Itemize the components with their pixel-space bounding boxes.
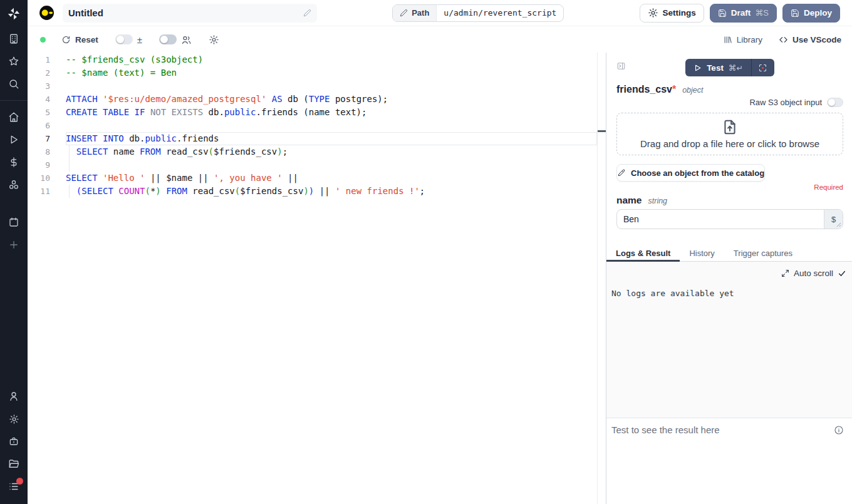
choose-object-button[interactable]: Choose an object from the catalog	[616, 164, 765, 182]
workspace-icon	[8, 33, 19, 44]
sidebar-item-schedules[interactable]	[0, 211, 28, 234]
settings-icon	[9, 414, 19, 424]
vscode-icon	[779, 35, 788, 44]
sidebar-item-resources[interactable]	[0, 173, 28, 196]
tab-history[interactable]: History	[680, 245, 724, 261]
arg-name-name: name	[616, 195, 642, 206]
raw-s3-toggle[interactable]	[827, 98, 843, 107]
logs-empty-message: No logs are available yet	[611, 289, 846, 298]
expand-logs-icon[interactable]	[781, 269, 789, 277]
gear-icon	[648, 8, 658, 18]
schedules-icon	[8, 217, 19, 228]
result-placeholder: Test to see the result here	[611, 424, 834, 435]
status-dot	[40, 37, 46, 43]
library-icon	[723, 35, 732, 44]
duckdb-language-icon	[39, 5, 55, 21]
code-line-7[interactable]: 7INSERT INTO db.public.friends	[28, 132, 597, 145]
code-line-6[interactable]: 6	[28, 119, 597, 132]
info-icon[interactable]	[834, 425, 844, 435]
sidebar-item-folders[interactable]	[0, 453, 28, 475]
code-line-9[interactable]: 9	[28, 158, 597, 172]
topbar: Untitled Path u/admin/reverent_script Se…	[28, 0, 852, 26]
save-icon	[791, 9, 799, 18]
sidebar-item-workers[interactable]	[0, 430, 28, 453]
app-sidebar	[0, 0, 28, 504]
code-lines[interactable]: 1-- $friends_csv (s3object)2-- $name (te…	[28, 53, 597, 504]
required-label: Required	[616, 183, 843, 192]
test-button-group: Test ⌘↵	[685, 59, 774, 76]
line-number: 8	[28, 145, 66, 158]
arg-name-friends-csv: friends_csv*	[616, 84, 676, 95]
windmill-logo-icon[interactable]	[0, 0, 28, 28]
arg-type-string: string	[648, 197, 668, 205]
editor-settings-gear-icon[interactable]	[209, 34, 219, 45]
edit-title-pencil-icon[interactable]	[303, 9, 311, 17]
favorites-icon	[8, 56, 19, 67]
line-number: 6	[28, 119, 66, 132]
code-line-1[interactable]: 1-- $friends_csv (s3object)	[28, 53, 597, 66]
reset-icon	[61, 35, 71, 44]
sidebar-item-runs[interactable]	[0, 128, 28, 151]
sidebar-item-home[interactable]	[0, 106, 28, 128]
line-number: 3	[28, 80, 66, 93]
name-input[interactable]	[617, 210, 824, 229]
editor-overview-ruler[interactable]	[597, 53, 606, 504]
sidebar-top-group	[0, 28, 28, 95]
auto-scroll-check-icon[interactable]	[838, 269, 846, 278]
line-number: 7	[28, 132, 66, 145]
folders-icon	[8, 458, 19, 470]
code-editor[interactable]: 1-- $friends_csv (s3object)2-- $name (te…	[28, 53, 606, 504]
required-asterisk: *	[672, 84, 676, 95]
capture-button[interactable]	[752, 59, 774, 76]
code-line-11[interactable]: 11 (SELECT COUNT(*) FROM read_csv($frien…	[28, 185, 597, 198]
sidebar-item-favorites[interactable]	[0, 50, 28, 73]
name-input-wrapper: $	[616, 209, 843, 229]
code-line-5[interactable]: 5CREATE TABLE IF NOT EXISTS db.public.fr…	[28, 106, 597, 119]
line-number: 2	[28, 66, 66, 80]
sidebar-item-variables[interactable]	[0, 151, 28, 173]
sidebar-item-search[interactable]	[0, 73, 28, 95]
draft-shortcut: ⌘S	[755, 8, 769, 18]
settings-button[interactable]: Settings	[640, 4, 704, 23]
code-line-8[interactable]: 8 SELECT name FROM read_csv($friends_csv…	[28, 145, 597, 158]
file-upload-icon	[722, 119, 738, 135]
notification-badge	[16, 478, 23, 485]
reset-button[interactable]: Reset	[61, 35, 98, 44]
tab-logs-result[interactable]: Logs & Result	[606, 245, 680, 261]
code-line-10[interactable]: 10SELECT 'Hello ' || $name || ', you hav…	[28, 172, 597, 185]
sidebar-item-audit-logs[interactable]	[0, 475, 28, 498]
page-title: Untitled	[68, 8, 103, 18]
code-line-3[interactable]: 3	[28, 80, 597, 93]
path-pill[interactable]: Path u/admin/reverent_script	[392, 4, 564, 22]
edit-path-pencil-icon	[400, 9, 408, 17]
line-number: 11	[28, 185, 66, 198]
library-button[interactable]: Library	[723, 35, 762, 44]
sidebar-item-create[interactable]	[0, 234, 28, 256]
sidebar-item-workspace[interactable]	[0, 28, 28, 50]
capture-icon	[758, 63, 767, 73]
editor-toolbar: Reset ± Library Use VScode	[28, 26, 852, 53]
use-vscode-button[interactable]: Use VScode	[779, 35, 841, 44]
draft-button[interactable]: Draft ⌘S	[710, 4, 777, 23]
sidebar-item-account[interactable]	[0, 385, 28, 408]
code-line-2[interactable]: 2-- $name (text) = Ben	[28, 66, 597, 80]
path-value: u/admin/reverent_script	[437, 5, 563, 21]
collapse-panel-icon[interactable]	[616, 61, 626, 71]
diff-toggle-group: ±	[115, 34, 142, 45]
code-line-4[interactable]: 4ATTACH '$res:u/demo/amazed_postgresql' …	[28, 93, 597, 106]
line-number: 5	[28, 106, 66, 119]
script-title-box[interactable]: Untitled	[63, 4, 317, 23]
test-shortcut: ⌘↵	[729, 63, 743, 73]
collab-toggle[interactable]	[159, 34, 177, 44]
auto-scroll-label: Auto scroll	[794, 269, 833, 278]
diff-toggle[interactable]	[115, 34, 133, 44]
deploy-button[interactable]: Deploy	[782, 4, 840, 23]
file-dropzone[interactable]: Drag and drop a file here or click to br…	[616, 113, 843, 155]
sidebar-item-settings[interactable]	[0, 408, 28, 430]
test-button[interactable]: Test ⌘↵	[685, 59, 751, 76]
tab-trigger-captures[interactable]: Trigger captures	[724, 245, 802, 261]
plus-minus-icon: ±	[137, 34, 142, 45]
resize-grip-icon[interactable]	[836, 222, 841, 227]
play-icon	[694, 64, 702, 72]
collab-toggle-group	[159, 34, 192, 45]
